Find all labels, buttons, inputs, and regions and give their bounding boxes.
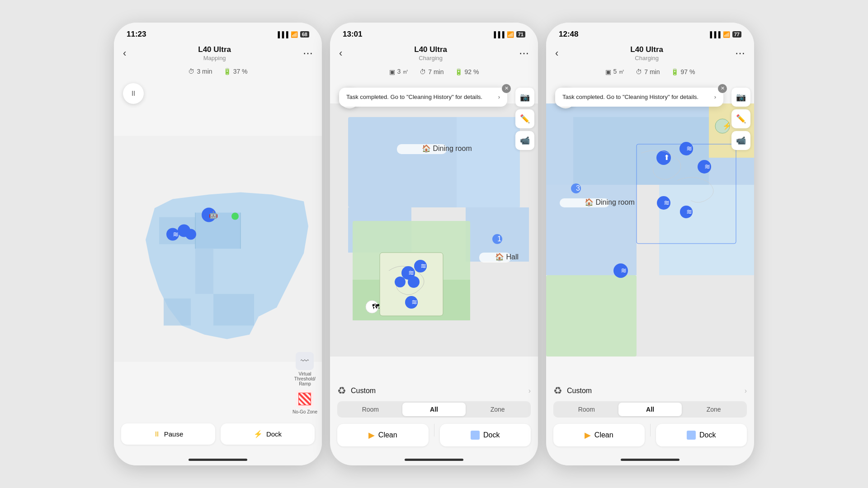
stat-time-2: ⏱ 7 min [420,68,443,75]
tab-zone-3[interactable]: Zone [682,403,745,416]
battery-3: 77 [732,31,741,38]
wifi-icon-2: 📶 [507,31,514,38]
floor-map-svg-2: 🏠 Dining room 🏠 Hall 1 ≋ ≋ ≋ 🗺 [330,80,538,380]
battery-icon-2: 🔋 [455,68,462,75]
map-area-2: 🏠 Dining room 🏠 Hall 1 ≋ ≋ ≋ 🗺 ⏸ [330,80,538,380]
svg-rect-43 [659,185,754,275]
stat-area-2: ▣ 3 ㎡ [389,68,409,76]
svg-text:3: 3 [576,184,580,192]
nav-title-2: L40 Ultra Charging [342,45,519,61]
phone-2: 13:01 ▐▐▐ 📶 71 ‹ L40 Ultra Charging ⋯ ▣ … [330,23,538,465]
clock-icon-3: ⏱ [636,68,642,75]
pause-fab-1[interactable]: ⏸ [123,83,144,104]
dock-icon-2 [471,431,480,440]
legend-1: 〰 VirtualThreshold/Ramp No-Go Zone [292,352,317,414]
side-toolbar-2: 📷 ✏️ 📹 [515,88,534,150]
custom-row-2[interactable]: ♻ Custom › [330,380,538,399]
nav-title-3: L40 Ultra Charging [558,45,735,61]
clock-icon-1: ⏱ [188,68,194,75]
svg-text:≋: ≋ [411,298,417,306]
edit-map-icon-2[interactable]: ✏️ [515,109,534,128]
pause-btn-icon-1: ⏸ [153,430,160,438]
status-icons-2: ▐▐▐ 📶 71 [492,31,525,38]
action-bar-1: ⏸ Pause ⚡ Dock [114,419,322,454]
svg-text:≋: ≋ [408,269,414,277]
nav-header-3: ‹ L40 Ultra Charging ⋯ [546,42,754,65]
tab-all-3[interactable]: All [618,403,682,416]
svg-text:⬆: ⬆ [664,154,670,161]
svg-text:1: 1 [497,235,501,243]
toast-close-2[interactable]: ✕ [502,84,511,93]
custom-row-3[interactable]: ♻ Custom › [546,380,754,399]
stat-battery-2: 🔋 92 % [455,68,479,75]
svg-rect-6 [195,249,213,294]
dock-button-3[interactable]: Dock [656,424,747,446]
stats-row-1: ⏱ 3 min 🔋 37 % [114,65,322,79]
svg-text:🏠 Dining room: 🏠 Dining room [585,198,635,206]
back-button-3[interactable]: ‹ [555,47,558,59]
tab-room-3[interactable]: Room [555,403,618,416]
clean-icon-3: ▶ [585,430,591,440]
home-indicator-1 [114,454,322,465]
battery-1: 68 [300,31,309,38]
tab-zone-2[interactable]: Zone [466,403,529,416]
clean-button-2[interactable]: ▶ Clean [337,424,429,446]
svg-point-34 [408,276,420,288]
svg-text:🏠 Dining room: 🏠 Dining room [422,144,472,153]
dock-button-2[interactable]: Dock [440,424,531,446]
stat-area-3: ▣ 5 ㎡ [605,68,625,76]
clean-dock-row-3: ▶ Clean Dock [546,421,754,454]
toast-close-3[interactable]: ✕ [718,84,727,93]
phone-1: 11:23 ▐▐▐ 📶 68 ‹ L40 Ultra Mapping ⋯ ⏱ 3… [114,23,322,465]
status-time-1: 11:23 [127,30,146,39]
custom-chevron-3: › [745,387,747,395]
signal-icon-2: ▐▐▐ [492,31,505,38]
battery-icon-1: 🔋 [223,68,231,75]
camera-icon-3[interactable]: 📷 [731,88,750,107]
tab-room-2[interactable]: Room [339,403,402,416]
more-button-3[interactable]: ⋯ [735,47,745,59]
video-icon-2[interactable]: 📹 [515,131,534,150]
edit-map-icon-3[interactable]: ✏️ [731,109,750,128]
map-area-1: 🤖 ≋ ⏸ 〰 VirtualThreshold/Ramp [114,79,322,419]
stats-row-3: ▣ 5 ㎡ ⏱ 7 min 🔋 97 % [546,65,754,80]
clean-button-3[interactable]: ▶ Clean [553,424,645,446]
area-icon-2: ▣ [389,68,395,75]
status-bar-3: 12:48 ▐▐▐ 📶 77 [546,23,754,42]
nogo-icon [296,390,314,408]
toast-arrow-2[interactable]: › [498,93,500,101]
pause-icon-1: ⏸ [130,89,137,98]
more-button-1[interactable]: ⋯ [303,47,313,59]
dock-btn-icon-1: ⚡ [254,430,263,438]
back-button-1[interactable]: ‹ [123,47,126,59]
signal-icon-1: ▐▐▐ [276,31,288,38]
svg-text:🤖: 🤖 [209,211,218,219]
svg-text:≋: ≋ [686,145,692,152]
svg-rect-44 [546,275,637,357]
pause-button-1[interactable]: ⏸ Pause [121,423,215,445]
side-toolbar-3: 📷 ✏️ 📹 [731,88,750,150]
battery-2: 71 [516,31,525,38]
dock-button-1[interactable]: ⚡ Dock [221,423,315,445]
toast-arrow-3[interactable]: › [714,93,716,101]
wifi-icon-1: 📶 [291,31,298,38]
phone-3: 12:48 ▐▐▐ 📶 77 ‹ L40 Ultra Charging ⋯ ▣ … [546,23,754,465]
clean-icon-2: ▶ [368,430,375,440]
vt-label: VirtualThreshold/Ramp [294,371,316,386]
signal-icon-3: ▐▐▐ [708,31,721,38]
svg-point-35 [395,277,406,287]
wifi-icon-3: 📶 [723,31,730,38]
svg-text:🗺: 🗺 [372,303,379,310]
tab-all-2[interactable]: All [402,403,466,416]
back-button-2[interactable]: ‹ [339,47,342,59]
toast-3: Task completed. Go to "Cleaning History"… [555,88,723,107]
home-indicator-3 [546,454,754,465]
more-button-2[interactable]: ⋯ [519,47,529,59]
svg-text:≋: ≋ [704,163,710,170]
custom-chevron-2: › [528,387,531,395]
svg-rect-20 [457,117,520,207]
video-icon-3[interactable]: 📹 [731,131,750,150]
camera-icon-2[interactable]: 📷 [515,88,534,107]
svg-text:⚡: ⚡ [722,122,731,130]
home-bar-2 [405,459,463,461]
